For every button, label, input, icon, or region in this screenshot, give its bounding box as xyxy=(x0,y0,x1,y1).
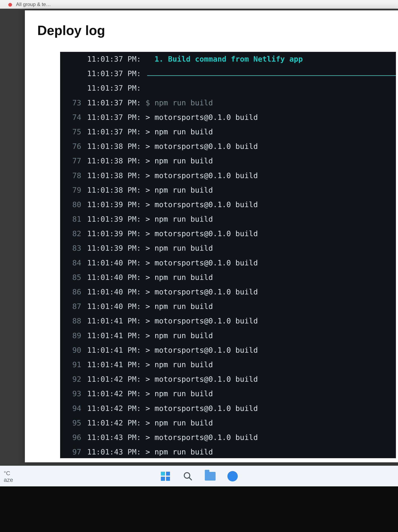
timestamp: 11:01:43 PM: xyxy=(87,430,145,445)
log-line[interactable]: 9611:01:43 PM:> motorsports@0.1.0 build xyxy=(60,430,396,445)
log-text: > npm run build xyxy=(145,241,213,255)
windows-icon xyxy=(161,472,170,481)
log-line[interactable]: 7911:01:38 PM:> npm run build xyxy=(60,183,396,197)
line-number: 74 xyxy=(60,110,87,125)
log-line[interactable]: 8411:01:40 PM:> motorsports@0.1.0 build xyxy=(60,256,396,270)
log-text: > npm run build xyxy=(145,212,213,226)
svg-line-1 xyxy=(189,477,192,480)
log-line[interactable]: 8111:01:39 PM:> npm run build xyxy=(60,212,396,226)
log-line[interactable]: 8211:01:39 PM:> motorsports@0.1.0 build xyxy=(60,226,396,241)
app-button[interactable] xyxy=(227,471,238,482)
log-text: > motorsports@0.1.0 build xyxy=(145,256,258,270)
weather-cond: aze xyxy=(4,477,13,483)
log-text: > npm run build xyxy=(145,357,213,372)
search-icon xyxy=(183,471,193,481)
log-text: > motorsports@0.1.0 build xyxy=(145,372,258,386)
log-line[interactable]: 11:01:37 PM: 1. Build command from Netli… xyxy=(60,52,396,66)
line-number: 92 xyxy=(60,372,87,386)
log-line[interactable]: 9711:01:43 PM:> npm run build xyxy=(60,445,396,458)
log-line[interactable]: 7311:01:37 PM:$ npm run build xyxy=(60,95,396,110)
log-line[interactable]: 9411:01:42 PM:> motorsports@0.1.0 build xyxy=(60,401,396,416)
deploy-log-terminal[interactable]: 11:01:37 PM: 1. Build command from Netli… xyxy=(60,52,396,458)
timestamp: 11:01:37 PM: xyxy=(87,125,145,139)
line-number: 94 xyxy=(60,401,87,416)
line-number: 89 xyxy=(60,328,87,343)
line-number: 83 xyxy=(60,241,87,255)
laptop-bezel xyxy=(0,486,398,532)
log-line[interactable]: 8611:01:40 PM:> motorsports@0.1.0 build xyxy=(60,285,396,299)
browser-tab-strip: All group & te… xyxy=(0,0,398,9)
log-text: > motorsports@0.1.0 build xyxy=(145,226,258,241)
line-number: 78 xyxy=(60,168,87,183)
log-text: $ npm run build xyxy=(145,95,213,110)
timestamp: 11:01:40 PM: xyxy=(87,256,145,270)
circle-icon xyxy=(227,471,238,481)
log-line[interactable]: 11:01:37 PM: xyxy=(60,81,396,95)
search-button[interactable] xyxy=(183,471,193,482)
timestamp: 11:01:39 PM: xyxy=(87,212,145,226)
log-line[interactable]: 9511:01:42 PM:> npm run build xyxy=(60,416,396,430)
log-line[interactable]: 9111:01:41 PM:> npm run build xyxy=(60,357,396,372)
line-number: 88 xyxy=(60,314,87,328)
log-text: > npm run build xyxy=(145,416,213,430)
log-line[interactable]: 7411:01:37 PM:> motorsports@0.1.0 build xyxy=(60,110,396,125)
log-text: > motorsports@0.1.0 build xyxy=(145,343,258,357)
page-content: Deploy log 11:01:37 PM: 1. Build command… xyxy=(25,10,398,462)
log-line[interactable]: 8811:01:41 PM:> motorsports@0.1.0 build xyxy=(60,314,396,328)
weather-temp: °C xyxy=(4,470,13,477)
log-line[interactable]: 7611:01:38 PM:> motorsports@0.1.0 build xyxy=(60,139,396,154)
log-line[interactable]: 7511:01:37 PM:> npm run build xyxy=(60,125,396,139)
timestamp: 11:01:40 PM: xyxy=(87,285,145,299)
timestamp: 11:01:39 PM: xyxy=(87,226,145,241)
log-line[interactable]: 11:01:37 PM: xyxy=(60,66,396,81)
timestamp: 11:01:38 PM: xyxy=(87,139,145,154)
log-line[interactable]: 8711:01:40 PM:> npm run build xyxy=(60,299,396,314)
log-text: > npm run build xyxy=(145,299,213,314)
timestamp: 11:01:40 PM: xyxy=(87,299,145,314)
timestamp: 11:01:37 PM: xyxy=(87,81,145,95)
log-line[interactable]: 8911:01:41 PM:> npm run build xyxy=(60,328,396,343)
timestamp: 11:01:41 PM: xyxy=(87,343,145,357)
log-text: > motorsports@0.1.0 build xyxy=(145,168,258,183)
line-number: 86 xyxy=(60,285,87,299)
timestamp: 11:01:37 PM: xyxy=(87,95,145,110)
section-header: 1. Build command from Netlify app xyxy=(145,52,303,66)
log-text: > npm run build xyxy=(145,386,213,401)
timestamp: 11:01:40 PM: xyxy=(87,270,145,285)
windows-taskbar: °C aze xyxy=(0,466,398,486)
line-number: 81 xyxy=(60,212,87,226)
log-text: > motorsports@0.1.0 build xyxy=(145,110,258,125)
svg-point-0 xyxy=(184,473,190,478)
timestamp: 11:01:38 PM: xyxy=(87,183,145,197)
timestamp: 11:01:41 PM: xyxy=(87,328,145,343)
log-line[interactable]: 8311:01:39 PM:> npm run build xyxy=(60,241,396,255)
log-text: > npm run build xyxy=(145,270,213,285)
tab-title: All group & te… xyxy=(16,1,51,7)
line-number: 91 xyxy=(60,357,87,372)
file-explorer-button[interactable] xyxy=(205,471,215,482)
log-line[interactable]: 8511:01:40 PM:> npm run build xyxy=(60,270,396,285)
log-line[interactable]: 8011:01:39 PM:> motorsports@0.1.0 build xyxy=(60,197,396,212)
log-text: > motorsports@0.1.0 build xyxy=(145,285,258,299)
line-number: 96 xyxy=(60,430,87,445)
line-number: 77 xyxy=(60,154,87,168)
log-line[interactable]: 9011:01:41 PM:> motorsports@0.1.0 build xyxy=(60,343,396,357)
timestamp: 11:01:38 PM: xyxy=(87,168,145,183)
log-text: > motorsports@0.1.0 build xyxy=(145,430,258,445)
tab-favicon xyxy=(8,3,12,7)
timestamp: 11:01:37 PM: xyxy=(87,110,145,125)
timestamp: 11:01:43 PM: xyxy=(87,445,145,458)
timestamp: 11:01:42 PM: xyxy=(87,401,145,416)
log-text: > motorsports@0.1.0 build xyxy=(145,314,258,328)
line-number: 95 xyxy=(60,416,87,430)
log-line[interactable]: 7711:01:38 PM:> npm run build xyxy=(60,154,396,168)
weather-widget[interactable]: °C aze xyxy=(4,470,13,483)
timestamp: 11:01:41 PM: xyxy=(87,357,145,372)
timestamp: 11:01:37 PM: xyxy=(87,52,145,66)
start-button[interactable] xyxy=(160,471,171,482)
folder-icon xyxy=(205,472,215,481)
log-line[interactable]: 7811:01:38 PM:> motorsports@0.1.0 build xyxy=(60,168,396,183)
log-line[interactable]: 9311:01:42 PM:> npm run build xyxy=(60,386,396,401)
line-number: 73 xyxy=(60,95,87,110)
log-line[interactable]: 9211:01:42 PM:> motorsports@0.1.0 build xyxy=(60,372,396,386)
